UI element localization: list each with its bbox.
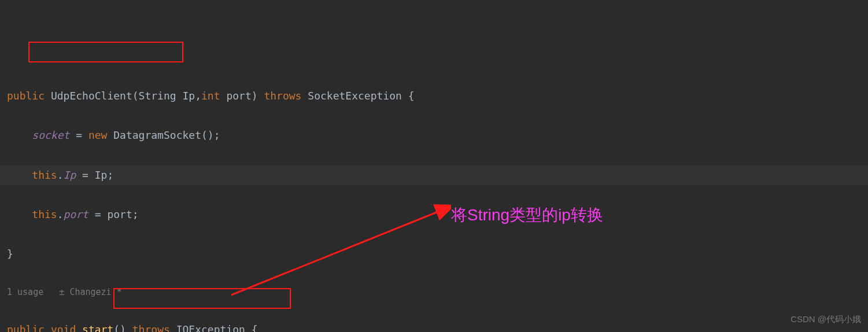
code-line-1: public UdpEchoClient(String Ip,int port)… bbox=[0, 86, 868, 106]
exception-io: IOException bbox=[176, 323, 245, 332]
code-line-5: } bbox=[0, 244, 868, 264]
field-socket: socket bbox=[32, 129, 69, 141]
highlight-box-1 bbox=[28, 42, 183, 62]
param-type-int: int bbox=[201, 90, 220, 102]
field-port: port bbox=[64, 208, 88, 220]
keyword-throws-2: throws bbox=[132, 323, 170, 332]
annotation-text: 将String类型的ip转换 bbox=[451, 200, 603, 230]
keyword-this: this bbox=[32, 169, 57, 181]
keyword-new: new bbox=[88, 129, 108, 141]
exception-type: SocketException bbox=[308, 90, 402, 102]
keyword-this-2: this bbox=[32, 208, 57, 220]
keyword-public: public bbox=[7, 90, 45, 102]
code-line-6: public void start() throws IOException { bbox=[0, 320, 868, 332]
usage-count: 1 usage bbox=[7, 287, 43, 297]
keyword-public-2: public bbox=[7, 323, 45, 332]
code-line-4: this.port = port; bbox=[0, 205, 868, 224]
param-type: String bbox=[139, 90, 176, 102]
var-ip: Ip bbox=[95, 169, 108, 181]
usage-hint[interactable]: 1 usage ± Changezi * bbox=[0, 284, 868, 301]
field-ip: Ip bbox=[64, 169, 76, 181]
watermark-text: CSDN @代码小娥 bbox=[791, 311, 861, 328]
method-start: start bbox=[82, 323, 113, 332]
code-line-2: socket = new DatagramSocket(); bbox=[0, 126, 868, 145]
param-name-port: port bbox=[226, 90, 251, 102]
var-port: port bbox=[107, 208, 132, 220]
keyword-throws: throws bbox=[264, 90, 301, 102]
param-name: Ip bbox=[182, 90, 195, 102]
keyword-void: void bbox=[51, 323, 76, 332]
author-name: Changezi * bbox=[69, 287, 121, 297]
author-icon: ± bbox=[59, 287, 64, 297]
class-datagramsocket: DatagramSocket bbox=[113, 129, 201, 141]
class-name: UdpEchoClient bbox=[51, 90, 132, 102]
code-line-3: this.Ip = Ip; bbox=[0, 165, 868, 185]
